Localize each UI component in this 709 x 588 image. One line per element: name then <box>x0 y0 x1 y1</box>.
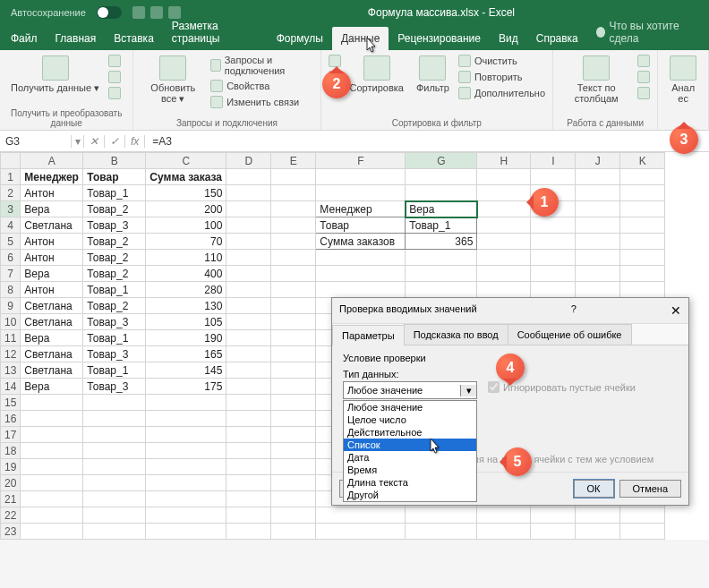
type-combo[interactable]: Любое значение ▾ Любое значениеЦелое чис… <box>343 381 477 399</box>
cell-A21[interactable] <box>21 491 83 507</box>
cell-C11[interactable]: 190 <box>146 330 226 346</box>
type-option-0[interactable]: Любое значение <box>344 401 476 413</box>
cell-A12[interactable]: Светлана <box>21 346 83 362</box>
cell-J5[interactable] <box>576 234 620 250</box>
cell-F22[interactable] <box>316 507 406 524</box>
col-header-J[interactable]: J <box>576 153 620 169</box>
row-header-21[interactable]: 21 <box>1 491 21 507</box>
type-option-3[interactable]: Список <box>344 439 476 451</box>
type-option-2[interactable]: Действительное <box>344 426 476 439</box>
cell-D15[interactable] <box>226 395 271 411</box>
cell-E5[interactable] <box>271 234 316 250</box>
cell-E20[interactable] <box>271 475 316 491</box>
cell-B16[interactable] <box>83 411 146 427</box>
row-header-17[interactable]: 17 <box>1 427 21 443</box>
cell-D8[interactable] <box>226 282 271 298</box>
cell-I22[interactable] <box>531 507 576 524</box>
cell-H4[interactable] <box>477 217 531 234</box>
type-option-4[interactable]: Дата <box>344 451 476 464</box>
cell-I6[interactable] <box>531 250 576 266</box>
row-header-9[interactable]: 9 <box>1 298 21 314</box>
cell-K8[interactable] <box>620 282 665 298</box>
cell-A11[interactable]: Вера <box>21 330 83 346</box>
row-header-4[interactable]: 4 <box>1 217 21 234</box>
cell-D23[interactable] <box>226 524 271 540</box>
cell-E13[interactable] <box>271 362 316 379</box>
cell-J23[interactable] <box>576 524 620 540</box>
tab-view[interactable]: Вид <box>490 27 527 50</box>
cell-B6[interactable]: Товар_2 <box>83 250 146 266</box>
from-table-button[interactable] <box>108 86 121 100</box>
cell-C23[interactable] <box>146 524 226 540</box>
cell-E17[interactable] <box>271 427 316 443</box>
refresh-all-button[interactable]: Обновить все ▾ <box>141 54 205 106</box>
dialog-tab-error[interactable]: Сообщение об ошибке <box>508 324 632 345</box>
cell-D1[interactable] <box>226 169 271 185</box>
cell-H23[interactable] <box>477 524 531 540</box>
cell-G8[interactable] <box>406 282 477 298</box>
cell-F2[interactable] <box>316 185 406 201</box>
cell-D11[interactable] <box>226 330 271 346</box>
cell-G3[interactable]: Вера <box>406 201 477 217</box>
cell-B3[interactable]: Товар_2 <box>83 201 146 217</box>
cell-A9[interactable]: Светлана <box>21 298 83 314</box>
cell-E7[interactable] <box>271 266 316 282</box>
cell-C14[interactable]: 175 <box>146 379 226 395</box>
cell-B5[interactable]: Товар_2 <box>83 234 146 250</box>
cancel-button[interactable]: Отмена <box>619 480 681 498</box>
cell-A17[interactable] <box>21 427 83 443</box>
cell-C19[interactable] <box>146 459 226 475</box>
cell-I23[interactable] <box>531 524 576 540</box>
cell-D9[interactable] <box>226 298 271 314</box>
col-header-C[interactable]: C <box>146 153 226 169</box>
cell-K23[interactable] <box>620 524 665 540</box>
cell-G1[interactable] <box>406 169 477 185</box>
cell-D2[interactable] <box>226 185 271 201</box>
cell-I8[interactable] <box>531 282 576 298</box>
col-header-B[interactable]: B <box>83 153 146 169</box>
cell-B10[interactable]: Товар_3 <box>83 314 146 330</box>
col-header-H[interactable]: H <box>477 153 531 169</box>
get-data-button[interactable]: Получить данные ▾ <box>7 54 103 95</box>
cell-C17[interactable] <box>146 427 226 443</box>
tab-formulas[interactable]: Формулы <box>268 27 332 50</box>
tab-layout[interactable]: Разметка страницы <box>163 14 268 50</box>
cell-D10[interactable] <box>226 314 271 330</box>
filter-button[interactable]: Фильтр <box>413 54 453 95</box>
cell-A15[interactable] <box>21 395 83 411</box>
tab-file[interactable]: Файл <box>2 27 47 50</box>
remove-dup-button[interactable] <box>637 70 650 84</box>
cell-F4[interactable]: Товар <box>316 217 406 234</box>
cell-E16[interactable] <box>271 411 316 427</box>
cell-H22[interactable] <box>477 507 531 524</box>
tell-me[interactable]: Что вы хотите сдела <box>587 14 709 50</box>
formula-input[interactable]: =A3 <box>145 135 709 148</box>
row-header-2[interactable]: 2 <box>1 185 21 201</box>
row-header-16[interactable]: 16 <box>1 411 21 427</box>
cell-K6[interactable] <box>620 250 665 266</box>
dialog-tab-params[interactable]: Параметры <box>332 325 405 345</box>
cell-C8[interactable]: 280 <box>146 282 226 298</box>
undo-icon[interactable] <box>150 6 163 19</box>
fx-icon[interactable]: fx <box>125 135 145 148</box>
cell-B8[interactable]: Товар_1 <box>83 282 146 298</box>
cell-E19[interactable] <box>271 459 316 475</box>
cell-J3[interactable] <box>576 201 620 217</box>
cancel-fx-icon[interactable]: ✕ <box>84 135 105 148</box>
sort-button[interactable]: Сортировка <box>346 54 407 95</box>
row-header-19[interactable]: 19 <box>1 459 21 475</box>
cell-H5[interactable] <box>477 234 531 250</box>
cell-D18[interactable] <box>226 443 271 459</box>
cell-C6[interactable]: 110 <box>146 250 226 266</box>
save-icon[interactable] <box>132 6 145 19</box>
cell-E23[interactable] <box>271 524 316 540</box>
cell-F23[interactable] <box>316 524 406 540</box>
cell-I5[interactable] <box>531 234 576 250</box>
cell-G2[interactable] <box>406 185 477 201</box>
cell-A8[interactable]: Антон <box>21 282 83 298</box>
cell-B18[interactable] <box>83 443 146 459</box>
cell-C9[interactable]: 130 <box>146 298 226 314</box>
cell-E21[interactable] <box>271 491 316 507</box>
cell-I7[interactable] <box>531 266 576 282</box>
cell-C12[interactable]: 165 <box>146 346 226 362</box>
